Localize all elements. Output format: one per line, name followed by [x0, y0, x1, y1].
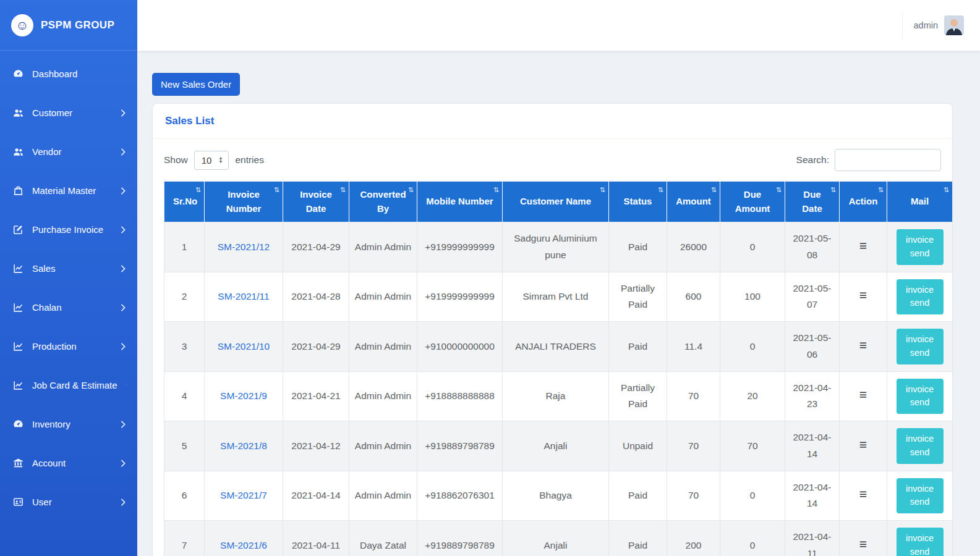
invoice-send-button[interactable]: invoice send	[897, 428, 944, 464]
page-length-select[interactable]: 10 ▲ ▼	[194, 151, 229, 170]
row-actions-button[interactable]: ≡	[859, 537, 867, 550]
row-actions-button[interactable]: ≡	[859, 289, 867, 301]
sort-icon: ⇅	[408, 185, 414, 195]
cell-invoice-date: 2021-04-14	[283, 471, 349, 521]
cell-converted-by: Daya Zatal	[349, 521, 417, 556]
column-header-due-amount[interactable]: Due Amount⇅	[720, 182, 785, 222]
cell-invoice-date: 2021-04-29	[283, 222, 349, 272]
sidebar-item-material-master[interactable]: Material Master	[0, 171, 137, 210]
sidebar-item-chalan[interactable]: Chalan	[0, 288, 137, 327]
search-input[interactable]	[835, 149, 941, 171]
sidebar-item-account[interactable]: Account	[0, 444, 137, 482]
column-header-mail[interactable]: Mail⇅	[887, 182, 953, 222]
sidebar-item-inventory[interactable]: Inventory	[0, 405, 137, 444]
column-header-sr-no[interactable]: Sr.No⇅	[164, 182, 205, 222]
invoice-link[interactable]: SM-2021/8	[220, 440, 267, 451]
column-header-converted-by[interactable]: Converted By⇅	[349, 182, 417, 222]
main-column: admin New Sales Order Sales List	[137, 0, 980, 556]
column-label: Mail	[911, 196, 929, 206]
table-row: 1SM-2021/122021-04-29Admin Admin+9199999…	[164, 222, 953, 272]
cell-action: ≡	[840, 371, 887, 421]
sidebar-item-label: Sales	[32, 263, 112, 274]
invoice-send-button[interactable]: invoice send	[897, 329, 944, 364]
cell-sr-no: 7	[164, 521, 205, 556]
row-actions-button[interactable]: ≡	[859, 388, 867, 401]
column-header-invoice-number[interactable]: Invoice Number⇅	[205, 182, 283, 222]
row-actions-button[interactable]: ≡	[859, 438, 867, 451]
sidebar-item-sales[interactable]: Sales	[0, 249, 137, 288]
invoice-send-button[interactable]: invoice send	[897, 379, 944, 415]
username: admin	[914, 20, 939, 30]
speedometer-icon	[12, 418, 24, 430]
invoice-send-button[interactable]: invoice send	[897, 279, 944, 315]
row-actions-button[interactable]: ≡	[859, 239, 867, 252]
row-actions-button[interactable]: ≡	[859, 339, 867, 352]
sort-icon: ⇅	[493, 185, 499, 195]
cell-status: Paid	[609, 222, 667, 272]
cell-sr-no: 4	[164, 371, 205, 421]
invoice-send-button[interactable]: invoice send	[897, 528, 944, 556]
cell-status: Paid	[609, 471, 667, 521]
sidebar-item-dashboard[interactable]: Dashboard	[0, 54, 137, 93]
cell-action: ≡	[840, 521, 887, 556]
cell-action: ≡	[840, 322, 887, 372]
invoice-link[interactable]: SM-2021/9	[220, 390, 267, 401]
table-header-row: Sr.No⇅Invoice Number⇅Invoice Date⇅Conver…	[164, 182, 953, 222]
cell-converted-by: Admin Admin	[349, 222, 417, 272]
table-row: 3SM-2021/102021-04-29Admin Admin+9100000…	[164, 322, 953, 372]
user-menu[interactable]: admin	[902, 12, 965, 38]
row-actions-button[interactable]: ≡	[859, 487, 867, 500]
cell-invoice-number: SM-2021/12	[205, 222, 283, 272]
column-header-action[interactable]: Action⇅	[840, 182, 887, 222]
sidebar-item-user[interactable]: User	[0, 482, 137, 521]
user-avatar[interactable]	[944, 15, 964, 35]
invoice-link[interactable]: SM-2021/6	[220, 540, 267, 550]
invoice-link[interactable]: SM-2021/12	[218, 242, 270, 252]
sidebar-item-label: Inventory	[32, 419, 112, 429]
sidebar-item-job-card-estimate[interactable]: Job Card & Estimate	[0, 366, 137, 405]
cell-customer-name: Anjali	[503, 521, 609, 556]
column-header-invoice-date[interactable]: Invoice Date⇅	[283, 182, 349, 222]
cell-mobile-number: +918862076301	[417, 471, 503, 521]
column-label: Converted By	[360, 189, 406, 214]
cell-status: Paid	[609, 521, 667, 556]
column-header-customer-name[interactable]: Customer Name⇅	[503, 182, 609, 222]
column-header-mobile-number[interactable]: Mobile Number⇅	[417, 182, 503, 222]
cell-invoice-number: SM-2021/7	[205, 471, 283, 521]
cell-mobile-number: +919889798789	[417, 421, 503, 471]
column-header-due-date[interactable]: Due Date⇅	[785, 182, 840, 222]
cell-customer-name: Simram Pvt Ltd	[503, 272, 609, 322]
cell-action: ≡	[840, 421, 887, 471]
invoice-send-button[interactable]: invoice send	[897, 478, 944, 514]
sidebar-item-purchase-invoice[interactable]: Purchase Invoice	[0, 210, 137, 249]
invoice-link[interactable]: SM-2021/10	[218, 341, 270, 352]
column-label: Customer Name	[520, 196, 591, 206]
invoice-send-button[interactable]: invoice send	[897, 229, 944, 265]
table-row: 5SM-2021/82021-04-12Admin Admin+91988979…	[164, 421, 953, 471]
cell-converted-by: Admin Admin	[349, 471, 417, 521]
sidebar-item-label: Production	[32, 341, 112, 352]
cell-status: Unpaid	[609, 421, 667, 471]
column-header-amount[interactable]: Amount⇅	[667, 182, 720, 222]
cell-converted-by: Admin Admin	[349, 371, 417, 421]
sidebar-item-production[interactable]: Production	[0, 327, 137, 366]
sidebar-item-label: User	[32, 497, 112, 507]
invoice-link[interactable]: SM-2021/7	[220, 490, 267, 500]
sidebar-item-vendor[interactable]: Vendor	[0, 132, 137, 171]
new-sales-order-button[interactable]: New Sales Order	[152, 73, 240, 96]
cell-invoice-date: 2021-04-12	[283, 421, 349, 471]
cell-amount: 26000	[667, 222, 720, 272]
search-control: Search:	[796, 149, 941, 171]
table-row: 4SM-2021/92021-04-21Admin Admin+91888888…	[164, 371, 953, 421]
invoice-link[interactable]: SM-2021/11	[218, 291, 269, 301]
column-label: Due Amount	[735, 189, 770, 214]
cell-due-date: 2021-04-14	[785, 471, 840, 521]
cell-invoice-date: 2021-04-11	[283, 521, 349, 556]
cell-due-date: 2021-04-14	[785, 421, 840, 471]
cell-amount: 70	[667, 371, 720, 421]
cell-customer-name: Raja	[503, 371, 609, 421]
brand[interactable]: ☺ PSPM GROUP	[0, 0, 137, 51]
sidebar-item-customer[interactable]: Customer	[0, 93, 137, 132]
edit-icon	[12, 224, 24, 235]
column-header-status[interactable]: Status⇅	[609, 182, 667, 222]
